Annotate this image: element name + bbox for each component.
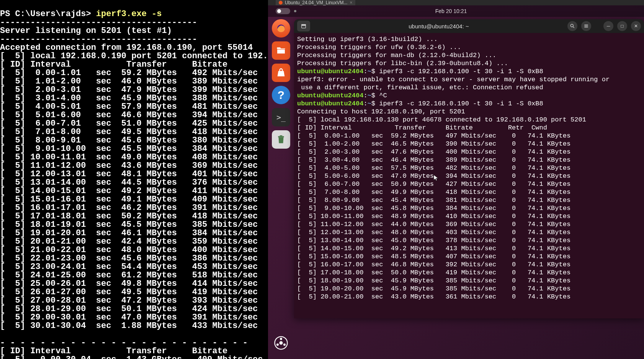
svg-rect-4 [280, 135, 283, 136]
help-icon[interactable]: ? [272, 86, 290, 104]
ubuntu-icon [279, 1, 283, 5]
ubuntu-top-bar: Feb 20 10:21 [268, 5, 644, 17]
windows-powershell-terminal[interactable]: PS C:\Users\rajds> iperf3.exe -s -------… [0, 0, 268, 359]
ubuntu-dock: ? >_ [270, 19, 292, 149]
gnome-terminal-window: ubuntu@ubuntu2404: ~ ─ □ ✕ Setting up ip… [294, 19, 644, 318]
clock[interactable]: Feb 20 10:21 [435, 8, 467, 14]
svg-line-13 [573, 27, 574, 28]
iperf-result-rows: [ 5] 0.00-1.01 sec 59.2 MBytes 492 Mbits… [0, 69, 268, 330]
gnome-titlebar: ubuntu@ubuntu2404: ~ ─ □ ✕ [294, 19, 644, 33]
svg-rect-11 [302, 25, 306, 26]
hamburger-menu-button[interactable] [581, 21, 591, 31]
terminal-body[interactable]: Setting up iperf3 (3.16-1build2) ... Pro… [294, 33, 644, 303]
vm-tab-label: Ubuntu_24.04_VM_LinuxVM... [285, 0, 347, 5]
activities-toggle[interactable] [276, 8, 290, 14]
show-apps-icon[interactable] [270, 334, 292, 352]
trash-icon[interactable] [272, 130, 290, 149]
iperf-summary-partial: [ 5] 0.00-30.04 sec 1.43 GBytes 409 Mbit… [0, 355, 263, 359]
minimize-button[interactable]: ─ [603, 21, 613, 31]
firefox-icon[interactable] [272, 19, 290, 38]
vm-tab-bar: Ubuntu_24.04_VM_LinuxVM... × [268, 0, 644, 5]
terminal-title: ubuntu@ubuntu2404: ~ [314, 23, 564, 30]
search-button[interactable] [567, 21, 577, 31]
software-store-icon[interactable] [272, 64, 290, 82]
files-icon[interactable] [272, 41, 290, 60]
close-icon[interactable]: × [350, 0, 352, 5]
new-tab-button[interactable] [297, 21, 310, 31]
close-button[interactable]: ✕ [631, 21, 641, 31]
vm-tab[interactable]: Ubuntu_24.04_VM_LinuxVM... × [276, 0, 355, 5]
svg-point-6 [280, 341, 283, 345]
svg-rect-3 [278, 136, 284, 137]
svg-point-9 [276, 344, 279, 346]
svg-point-7 [280, 338, 282, 340]
svg-rect-1 [277, 49, 285, 54]
svg-point-8 [283, 344, 286, 346]
svg-point-12 [570, 24, 573, 27]
ubuntu-desktop: Ubuntu_24.04_VM_LinuxVM... × Feb 20 10:2… [268, 0, 644, 359]
workspace-dot-icon [294, 10, 296, 12]
maximize-button[interactable]: □ [617, 21, 627, 31]
terminal-app-icon[interactable]: >_ [272, 108, 290, 126]
